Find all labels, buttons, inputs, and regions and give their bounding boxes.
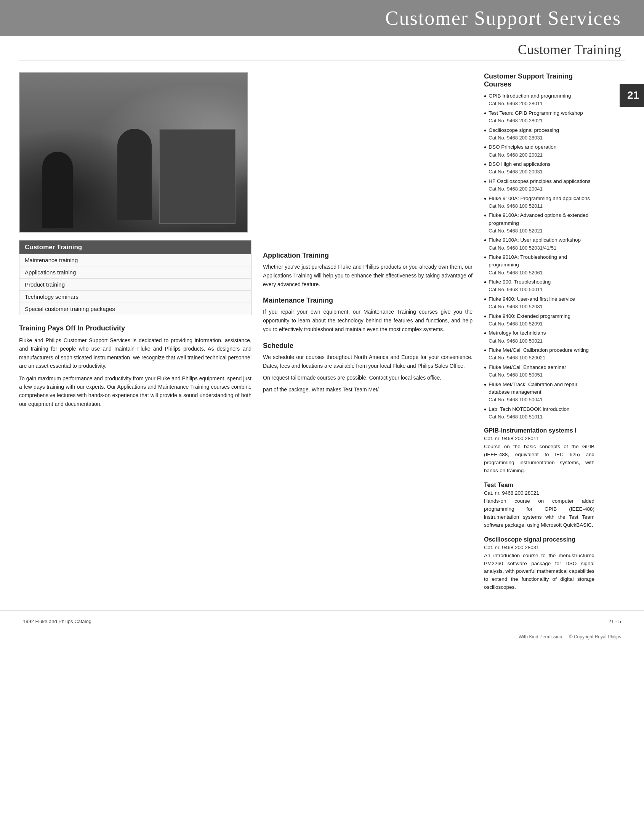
course-text: Fluke 9100A: Advanced options & extended… [488, 211, 594, 234]
course-item: • Fluke 9100A: Advanced options & extend… [484, 211, 594, 234]
training-item-product[interactable]: Product training [19, 279, 251, 291]
course-item: • Fluke 9400: User-and first line servic… [484, 296, 594, 310]
course-item: • Fluke Met/Cal: Enhanced seminar Cat No… [484, 364, 594, 379]
course-text: DSO Principles and operation Cat No. 946… [488, 143, 594, 159]
course-cat-no: Cat No. 9468 100 52021 [488, 227, 594, 235]
course-text: HF Oscilloscopes principles and applicat… [488, 178, 594, 193]
bullet-icon: • [484, 178, 486, 186]
bullet-icon: • [484, 364, 486, 372]
course-text: Fluke Met/Cal: Enhanced seminar Cat No. … [488, 364, 594, 379]
course-item: • DSO Principles and operation Cat No. 9… [484, 143, 594, 159]
schedule-para-2: On request tailormade courses are possib… [263, 374, 472, 382]
course-text: Fluke 9100A: User application workshop C… [488, 236, 594, 252]
course-text: Fluke Met/Cal: Calibration procedure wri… [488, 346, 594, 362]
training-item-special[interactable]: Special customer training packages [19, 303, 251, 315]
course-item: • HF Oscilloscopes principles and applic… [484, 178, 594, 193]
test-team-desc: Hands-on course on computer aided progra… [484, 497, 594, 530]
person-silhouette-1 [42, 152, 73, 228]
bullet-icon: • [484, 143, 486, 152]
maintenance-training-heading: Maintenance Training [263, 297, 472, 304]
course-cat-no: Cat No. 9468 100 52091 [488, 320, 594, 328]
maintenance-training-para: If you repair your own equipment, our Ma… [263, 307, 472, 334]
course-text: Fluke 9400: User-and first line service … [488, 296, 594, 310]
training-item-maintenance[interactable]: Maintenance training [19, 254, 251, 266]
course-text: Oscilloscope signal processing Cat No. 9… [488, 127, 594, 142]
bullet-icon: • [484, 381, 486, 390]
course-text: Fluke 9400: Extended programming Cat No.… [488, 312, 594, 328]
bullet-icon: • [484, 127, 486, 135]
course-item: • Lab. Tech NOTEBOOK introduction Cat No… [484, 406, 594, 421]
page-title: Customer Support Services [0, 7, 621, 29]
course-item: • Fluke 900: Troubleshooting Cat No. 946… [484, 278, 594, 294]
oscilloscope-heading: Oscilloscope signal processing [484, 536, 594, 543]
course-text: Lab. Tech NOTEBOOK introduction Cat No. … [488, 406, 594, 421]
course-text: DSO High end applications Cat No. 9468 2… [488, 161, 594, 176]
bullet-icon: • [484, 92, 486, 101]
training-pays-heading: Training Pays Off In Productivity [19, 324, 251, 332]
training-pays-para-2: To gain maximum performance and producti… [19, 374, 251, 409]
application-training-heading: Application Training [263, 252, 472, 260]
course-cat-no: Cat No. 9468 100 50021 [488, 337, 594, 345]
bullet-icon: • [484, 329, 486, 338]
courses-section: Customer Support Training Courses • GPIB… [484, 72, 594, 420]
schedule-para-3: part of the package. What makes Test Tea… [263, 385, 472, 394]
footer-left: 1992 Fluke and Philips Catalog [23, 619, 91, 624]
person-silhouette-2 [117, 129, 152, 220]
gpib-desc: Course on the basic concepts of the GPIB… [484, 443, 594, 475]
course-text: Test Team: GPIB Programming workshop Cat… [488, 109, 594, 125]
copyright-bar: With Kind Permission — © Copyright Royal… [0, 632, 644, 642]
test-team-cat: Cat. nr. 9468 200 28021 [484, 490, 594, 496]
course-cat-no: Cat No. 9468 100 520021 [488, 354, 594, 362]
course-cat-no: Cat No. 9468 100 51011 [488, 413, 594, 421]
right-column: Customer Support Training Courses • GPIB… [484, 72, 625, 595]
schedule-heading: Schedule [263, 342, 472, 350]
course-cat-no: Cat No. 9468 100 52081 [488, 303, 594, 310]
course-item: • Fluke 9010A: Troubleshooting and progr… [484, 253, 594, 276]
course-cat-no: Cat No. 9468 100 52061 [488, 269, 594, 277]
gpib-heading: GPIB-Instrumentation systems I [484, 427, 594, 434]
course-cat-no: Cat No. 9468 100 50041 [488, 396, 594, 404]
bullet-icon: • [484, 296, 486, 304]
course-cat-no: Cat No. 9468 100 52011 [488, 202, 594, 210]
footer: 1992 Fluke and Philips Catalog 21 - 5 [0, 611, 644, 632]
page-subtitle: Customer Training [0, 42, 621, 58]
course-cat-no: Cat No. 9468 200 20031 [488, 168, 594, 176]
schedule-para-1: We schedule our courses throughout North… [263, 353, 472, 370]
bullet-icon: • [484, 346, 486, 355]
course-item: • Fluke Met/Track: Calibration and repai… [484, 381, 594, 404]
course-item: • Fluke 9100A: User application workshop… [484, 236, 594, 252]
training-box-header: Customer Training [19, 240, 251, 254]
course-text: GPIB Introduction and programming Cat No… [488, 92, 594, 107]
footer-right: 21 - 5 [608, 619, 621, 624]
training-item-technology[interactable]: Technology seminars [19, 291, 251, 303]
training-pays-section: Training Pays Off In Productivity Fluke … [19, 324, 251, 408]
test-team-section: Test Team Cat. nr. 9468 200 28021 Hands-… [484, 482, 594, 530]
application-training-para: Whether you've just purchased Fluke and … [263, 263, 472, 289]
course-item: • Fluke 9400: Extended programming Cat N… [484, 312, 594, 328]
bullet-icon: • [484, 278, 486, 287]
course-item: • Test Team: GPIB Programming workshop C… [484, 109, 594, 125]
bullet-icon: • [484, 253, 486, 262]
gpib-section: GPIB-Instrumentation systems I Cat. nr. … [484, 427, 594, 475]
bullet-icon: • [484, 195, 486, 203]
bullet-icon: • [484, 161, 486, 169]
course-item: • Fluke Met/Cal: Calibration procedure w… [484, 346, 594, 362]
training-pays-para-1: Fluke and Philips Customer Support Servi… [19, 336, 251, 370]
course-item: • Fluke 9100A: Programming and applicati… [484, 195, 594, 210]
training-photo [19, 72, 248, 232]
customer-training-box: Customer Training Maintenance training A… [19, 240, 251, 315]
course-text: Fluke Met/Track: Calibration and repair … [488, 381, 594, 404]
oscilloscope-desc: An introduction course to the menustruct… [484, 552, 594, 592]
training-item-applications[interactable]: Applications training [19, 266, 251, 279]
course-item: • GPIB Introduction and programming Cat … [484, 92, 594, 107]
course-cat-no: Cat No. 9468 200 28021 [488, 117, 594, 125]
subtitle-bar: Customer Training [0, 36, 644, 60]
course-cat-no: Cat No. 9468 200 20041 [488, 185, 594, 193]
course-text: Fluke 9100A: Programming and application… [488, 195, 594, 210]
copyright-text: With Kind Permission — © Copyright Royal… [519, 634, 621, 640]
equipment-silhouette [159, 129, 235, 224]
left-column: Customer Training Maintenance training A… [19, 72, 251, 595]
course-list: • GPIB Introduction and programming Cat … [484, 92, 594, 420]
bullet-icon: • [484, 211, 486, 220]
course-text: Metrology for technicians Cat No. 9468 1… [488, 329, 594, 344]
